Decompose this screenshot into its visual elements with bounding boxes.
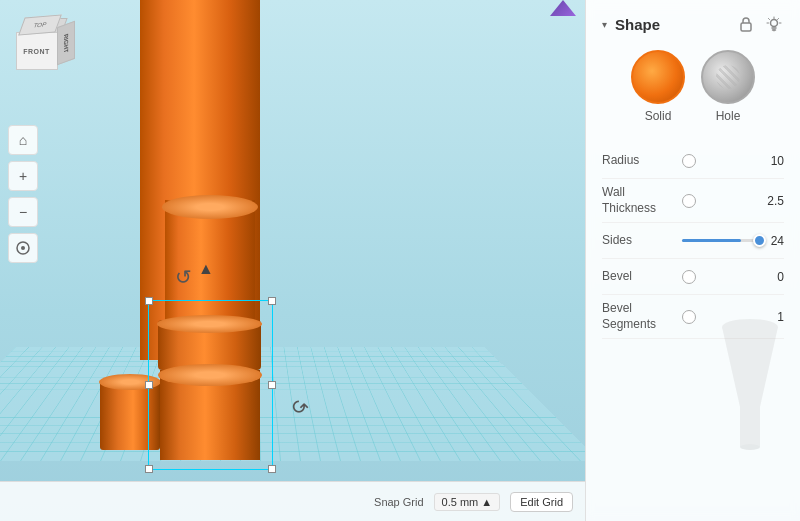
sides-row: Sides 24 bbox=[602, 223, 784, 259]
panel-header: ▾ Shape bbox=[602, 14, 784, 34]
bevel-segments-label: BevelSegments bbox=[602, 301, 682, 332]
move-widget[interactable]: ▲ bbox=[198, 260, 214, 282]
cube-top-label-area[interactable]: TOP bbox=[18, 14, 62, 35]
sides-slider-fill bbox=[682, 239, 741, 242]
cube-front-label: FRONT bbox=[23, 48, 50, 55]
sides-slider-track[interactable] bbox=[682, 239, 760, 242]
home-button[interactable]: ⌂ bbox=[8, 125, 38, 155]
cube-right-face[interactable]: RIGHT bbox=[57, 21, 75, 66]
wall-thickness-row: WallThickness 2.5 bbox=[602, 179, 784, 223]
viewport-bottom-bar: Snap Grid 0.5 mm ▲ Edit Grid bbox=[0, 481, 585, 521]
light-icon bbox=[766, 16, 782, 32]
cube-front-face[interactable]: FRONT bbox=[16, 32, 58, 70]
view-cube[interactable]: FRONT RIGHT TOP bbox=[5, 10, 90, 110]
zoom-out-icon: − bbox=[19, 204, 27, 220]
solid-type-button[interactable]: Solid bbox=[631, 50, 685, 123]
radius-value: 10 bbox=[760, 154, 784, 168]
panel-title: Shape bbox=[615, 16, 728, 33]
wall-thickness-label: WallThickness bbox=[602, 185, 682, 216]
hole-type-button[interactable]: Hole bbox=[701, 50, 755, 123]
cube-right-label: RIGHT bbox=[63, 33, 69, 54]
move-up-arrow[interactable]: ▲ bbox=[198, 260, 214, 278]
shape-type-selector: Solid Hole bbox=[602, 50, 784, 123]
selection-handle-bl[interactable] bbox=[145, 465, 153, 473]
tinkercad-logo bbox=[550, 0, 580, 20]
collapse-arrow[interactable]: ▾ bbox=[602, 19, 607, 30]
zoom-in-icon: + bbox=[19, 168, 27, 184]
cylinder-collar-top bbox=[157, 315, 262, 333]
panel-header-icons bbox=[736, 14, 784, 34]
bevel-label: Bevel bbox=[602, 269, 682, 285]
cylinder-medium-top bbox=[162, 195, 258, 219]
cylinder-base-top bbox=[158, 364, 262, 386]
lock-button[interactable] bbox=[736, 14, 756, 34]
svg-point-3 bbox=[771, 20, 778, 27]
selection-handle-br[interactable] bbox=[268, 465, 276, 473]
home-icon: ⌂ bbox=[19, 132, 27, 148]
hole-icon bbox=[701, 50, 755, 104]
wall-thickness-value: 2.5 bbox=[760, 194, 784, 208]
radius-radio[interactable] bbox=[682, 154, 696, 168]
properties-list: Radius 10 WallThickness 2.5 Sides 24 bbox=[602, 143, 784, 339]
bevel-control bbox=[682, 270, 760, 284]
bevel-segments-radio[interactable] bbox=[682, 310, 696, 324]
ghost-preview bbox=[720, 317, 780, 461]
wall-thickness-radio[interactable] bbox=[682, 194, 696, 208]
light-button[interactable] bbox=[764, 14, 784, 34]
sides-control bbox=[682, 239, 760, 242]
svg-point-1 bbox=[21, 246, 25, 250]
hole-label: Hole bbox=[716, 109, 741, 123]
wall-thickness-control bbox=[682, 194, 760, 208]
cylinder-small-left bbox=[100, 380, 160, 450]
orient-button[interactable] bbox=[8, 233, 38, 263]
bevel-radio[interactable] bbox=[682, 270, 696, 284]
selection-handle-tr[interactable] bbox=[268, 297, 276, 305]
radius-label: Radius bbox=[602, 153, 682, 169]
snap-grid-label: Snap Grid bbox=[374, 496, 424, 508]
radius-row: Radius 10 bbox=[602, 143, 784, 179]
shape-panel: ▾ Shape Solid Ho bbox=[585, 0, 800, 521]
solid-label: Solid bbox=[645, 109, 672, 123]
edit-grid-button[interactable]: Edit Grid bbox=[510, 492, 573, 512]
rotate-arrow-left[interactable]: ↺ bbox=[175, 265, 192, 289]
radius-control bbox=[682, 154, 760, 168]
snap-value-button[interactable]: 0.5 mm ▲ bbox=[434, 493, 501, 511]
svg-rect-2 bbox=[741, 23, 751, 31]
sides-label: Sides bbox=[602, 233, 682, 249]
zoom-out-button[interactable]: − bbox=[8, 197, 38, 227]
zoom-in-button[interactable]: + bbox=[8, 161, 38, 191]
svg-point-5 bbox=[740, 444, 760, 450]
left-toolbar: ⌂ + − bbox=[8, 125, 38, 263]
bevel-value: 0 bbox=[760, 270, 784, 284]
orient-icon bbox=[15, 240, 31, 256]
solid-icon bbox=[631, 50, 685, 104]
cylinder-small-left-top bbox=[99, 374, 161, 390]
bevel-row: Bevel 0 bbox=[602, 259, 784, 295]
cube-top-label: TOP bbox=[32, 21, 47, 28]
lock-icon bbox=[739, 16, 753, 32]
